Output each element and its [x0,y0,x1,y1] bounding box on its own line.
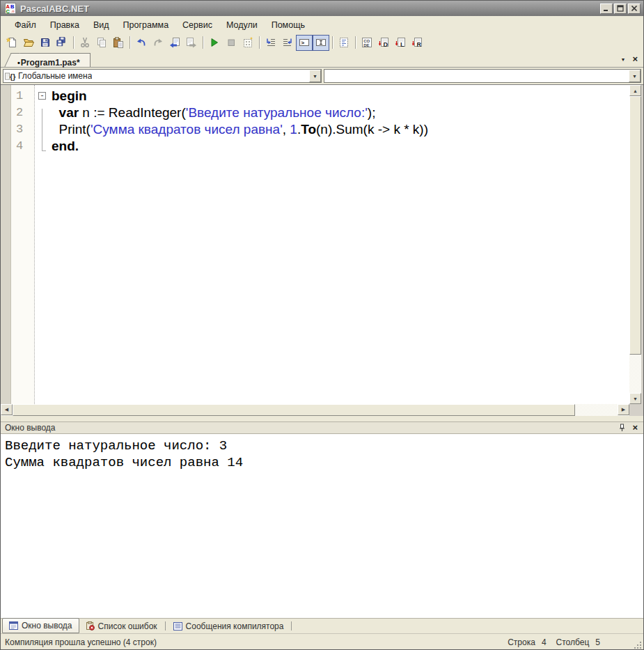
minimize-button[interactable] [600,3,613,14]
svg-text:.n: .n [11,9,15,13]
menu-item[interactable]: Сервис [175,18,219,32]
output-panel-buttons: × [618,424,638,432]
panel-tab-errors[interactable]: Список ошибок [79,619,164,633]
pin-icon[interactable] [618,424,626,432]
scroll-left-icon[interactable]: ◀ [1,404,13,415]
menu-item[interactable]: Помощь [265,18,312,32]
scroll-down-icon[interactable]: ▼ [629,393,641,404]
tab-close-icon[interactable]: × [632,56,638,63]
code-token: begin [52,88,87,103]
code-token: ); [368,105,376,120]
format-code-button[interactable] [336,35,352,51]
code-token: var [59,105,79,120]
panel-tab-compiler[interactable]: Сообщения компилятора [167,619,290,633]
code-text-area[interactable]: begin var n := ReadInteger('Введите нату… [49,85,629,404]
copy-icon [96,37,107,48]
line-number-gutter: 1234 [11,85,35,404]
code-token: Print( [52,122,91,137]
scroll-up-icon[interactable]: ▲ [629,85,641,96]
menu-item[interactable]: Вид [86,18,116,32]
open-file-button[interactable] [20,35,37,51]
paste-button[interactable] [110,35,127,51]
code-token [52,105,59,120]
indent-button[interactable] [262,35,279,51]
menu-item[interactable]: Файл [8,18,43,32]
input-window-toggle[interactable] [313,35,329,51]
d-template-button[interactable]: D [375,35,392,51]
undo-button[interactable] [133,35,150,51]
code-line[interactable]: Print('Сумма квадратов чисел равна', 1.T… [52,121,629,138]
tab-list-chevron-icon[interactable]: ▼ [620,57,625,62]
panel-tab-label: Список ошибок [98,621,157,631]
copy-button[interactable] [93,35,110,51]
panel-splitter[interactable] [1,416,643,421]
close-icon [631,3,638,14]
hscroll-track[interactable] [13,404,618,416]
hscroll-thumb[interactable] [13,404,575,416]
maximize-button[interactable] [614,3,627,14]
r-template-button[interactable]: R [409,35,425,51]
indent-icon [265,37,276,48]
line-value: 4 [542,637,547,647]
output-panel-title: Окно вывода [5,423,56,433]
code-line[interactable]: var n := ReadInteger('Введите натурально… [52,105,629,121]
output-window-toggle[interactable]: > [296,35,313,51]
tab-program1[interactable]: •Program1.pas* [12,53,91,67]
redo-button[interactable] [150,35,166,51]
code-templates-button[interactable]: CODE [359,35,375,51]
close-button[interactable] [628,3,641,14]
code-editor-surface[interactable]: 1234 - begin var n := ReadInteger('Введи… [1,85,643,404]
code-line[interactable]: end. [52,138,629,155]
stop-icon [226,37,237,48]
toolbar-separator [332,36,333,49]
code-editor[interactable]: 1234 - begin var n := ReadInteger('Введи… [1,84,643,416]
minimize-icon [603,3,610,14]
resize-grip[interactable] [633,640,642,649]
panel-tab-output[interactable]: Окно вывода [2,618,79,633]
menu-item[interactable]: Программа [116,18,176,32]
menu-item[interactable]: Модули [219,18,265,32]
l-template-icon: L [395,37,406,48]
new-file-button[interactable] [3,35,20,51]
member-combo-arrow-icon[interactable]: ▼ [629,70,641,82]
run-button[interactable] [206,35,223,51]
stop-button[interactable] [223,35,239,51]
output-panel-header[interactable]: Окно вывода × [1,421,643,434]
scope-combobox[interactable]: {} Глобальные имена ▼ [3,69,322,83]
nav-back-button[interactable] [166,35,183,51]
editor-horizontal-scrollbar[interactable]: ◀ ▶ [1,404,643,416]
editor-vertical-scrollbar[interactable]: ▲ ▼ [629,85,641,404]
tab-tools: ▼ × [620,56,638,63]
save-all-button[interactable] [54,35,70,51]
scroll-right-icon[interactable]: ▶ [618,404,629,415]
title-bar[interactable]: ABC.n PascalABC.NET [1,1,643,16]
fold-toggle-icon[interactable]: - [38,92,46,100]
output-window-icon [9,621,18,630]
toolbar: >CODEDLR [1,33,643,52]
expression-pad-button[interactable] [239,35,256,51]
fold-marker[interactable]: - [35,92,49,109]
output-line: Введите натуральное число: 3 [5,438,643,454]
app-window: ABC.n PascalABC.NET ФайлПравкаВидПрограм… [0,0,644,650]
toolbar-separator [129,36,130,49]
toolbar-separator [203,36,203,49]
menu-item[interactable]: Правка [43,18,86,32]
line-label: Строка [508,637,535,647]
scope-combo-arrow-icon[interactable]: ▼ [309,70,321,82]
vscroll-thumb[interactable] [629,96,641,355]
code-line[interactable]: begin [52,88,629,105]
tab-label: Program1.pas* [21,58,80,68]
l-template-button[interactable]: L [392,35,409,51]
pascal-logo-icon: ABC.n [5,3,16,14]
member-combobox[interactable]: ▼ [324,69,641,83]
fold-marker [35,109,49,125]
vscroll-track[interactable] [629,96,641,393]
nav-forward-button[interactable] [183,35,200,51]
cut-button[interactable] [77,35,93,51]
output-close-icon[interactable]: × [632,424,638,431]
toolbar-separator [259,36,260,49]
save-button[interactable] [37,35,54,51]
outdent-button[interactable] [279,35,296,51]
redo-icon [152,37,164,48]
output-window[interactable]: Введите натуральное число: 3Сумма квадра… [1,434,643,618]
